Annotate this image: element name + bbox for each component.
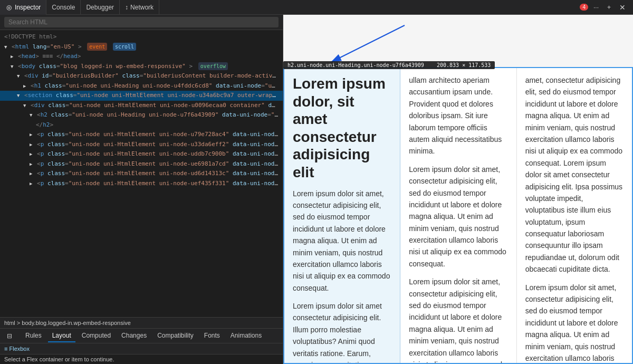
tab-compatibility[interactable]: Compatibility — [153, 330, 198, 342]
tab-animations-label: Animations — [231, 332, 262, 339]
tab-layout-label: Layout — [52, 332, 71, 339]
section-triangle[interactable] — [17, 92, 20, 99]
event-badge: event — [87, 43, 107, 51]
col1-p2: Lorem ipsum dolor sit amet consectetur a… — [293, 300, 391, 364]
breadcrumb-text: html > body.blog.logged-in.wp-embed-resp… — [4, 320, 131, 326]
network-icon: ↕ — [125, 4, 128, 11]
col3-p2: Lorem ipsum dolor sit amet, consectetur … — [525, 282, 624, 364]
tab-computed[interactable]: Computed — [78, 330, 115, 342]
inspector-icon: ◎ — [5, 4, 13, 11]
tab-changes[interactable]: Changes — [117, 330, 151, 342]
doctype-text: <!DOCTYPE html> — [4, 33, 56, 40]
html-triangle[interactable] — [4, 43, 7, 50]
div-builderius-line[interactable]: <div id="builderiusBuilder" class="build… — [0, 71, 283, 81]
tab-icons: ⊟ — [4, 332, 15, 340]
h1-line[interactable]: <h1 class="uni-node uni-Heading uni-node… — [0, 81, 283, 91]
tab-network-label: Network — [130, 4, 154, 11]
columns-wrapper: Lorem ipsum dolor, sit amet consectetur … — [284, 68, 632, 364]
tab-debugger-label: Debugger — [86, 4, 114, 11]
p4-triangle[interactable] — [30, 160, 32, 167]
p2-line[interactable]: <p class="uni-node uni-HtmlElement uni-n… — [0, 140, 283, 150]
top-bar: ◎ Inspector Console Debugger ↕ Network 4… — [0, 0, 633, 15]
tab-inspector[interactable]: ◎ Inspector — [0, 0, 46, 15]
scroll-badge: scroll — [113, 43, 136, 51]
tooltip-selector: h2.uni-node.uni-Heading.uni-node-u7f6a43… — [287, 62, 424, 68]
status-bar: Select a Flex container or item to conti… — [0, 354, 283, 364]
tab-group: ◎ Inspector Console Debugger ↕ Network — [0, 0, 580, 15]
h2-line[interactable]: <h2 class="uni-node uni-Heading uni-node… — [0, 110, 283, 120]
h1-triangle[interactable] — [23, 82, 26, 89]
html-tag-line[interactable]: <html lang="en-US" > event scroll — [0, 42, 283, 52]
tab-inspector-label: Inspector — [15, 4, 41, 11]
overflow-badge-body: overflow — [198, 62, 228, 70]
html-tree: <!DOCTYPE html> <html lang="en-US" > eve… — [0, 30, 283, 317]
p5-triangle[interactable] — [30, 170, 32, 177]
p5-line[interactable]: <p class="uni-node uni-HtmlElement uni-n… — [0, 169, 283, 179]
bottom-tabs: ⊟ Rules Layout Computed Changes Compatib… — [0, 328, 283, 343]
col1-heading: Lorem ipsum dolor, sit amet consectetur … — [293, 75, 391, 181]
p1-line[interactable]: <p class="uni-node uni-HtmlElement uni-n… — [0, 130, 283, 140]
box-icon-btn[interactable]: ⊟ — [4, 332, 15, 340]
tab-fonts-label: Fonts — [204, 332, 220, 339]
column-3: amet, consectetur adipisicing elit, sed … — [517, 68, 632, 364]
col2-p3: Lorem ipsum dolor sit amet, consectetur … — [409, 276, 507, 364]
tab-rules[interactable]: Rules — [21, 330, 46, 342]
p6-line[interactable]: <p class="uni-node uni-HtmlElement uni-n… — [0, 179, 283, 189]
add-button[interactable]: + — [604, 4, 614, 11]
container-triangle[interactable] — [23, 102, 26, 109]
close-button[interactable]: ✕ — [616, 3, 629, 12]
col3-p1: amet, consectetur adipisicing elit, sed … — [525, 74, 624, 275]
p2-triangle[interactable] — [30, 141, 32, 148]
more-button[interactable]: ··· — [590, 4, 602, 11]
tab-debugger[interactable]: Debugger — [81, 0, 120, 15]
arrow-line — [331, 25, 405, 62]
tab-compatibility-label: Compatibility — [157, 332, 194, 339]
tooltip-dimensions: 200.833 × 117.533 — [437, 62, 491, 68]
column-2: ullam architecto aperiam accusantium ips… — [400, 68, 516, 364]
col2-p2: Lorem ipsum dolor sit amet, consectetur … — [409, 164, 507, 270]
h2-close-line[interactable]: </h2> — [0, 120, 283, 130]
p4-line[interactable]: <p class="uni-node uni-HtmlElement uni-n… — [0, 159, 283, 169]
inspector-panel: <!DOCTYPE html> <html lang="en-US" > eve… — [0, 15, 283, 364]
tab-animations[interactable]: Animations — [226, 330, 266, 342]
doctype-line[interactable]: <!DOCTYPE html> — [0, 32, 283, 42]
status-text: Select a Flex container or item to conti… — [4, 356, 114, 362]
p6-triangle[interactable] — [30, 180, 32, 187]
preview-panel: h2.uni-node.uni-Heading.uni-node-u7f6a43… — [283, 15, 633, 364]
body-triangle[interactable] — [11, 63, 13, 70]
h2-triangle[interactable] — [30, 111, 32, 118]
head-tag-line[interactable]: <head> ≡≡≡ </head> — [0, 52, 283, 62]
p1-triangle[interactable] — [30, 131, 32, 138]
flexbox-info: ≡ Flexbox — [0, 343, 283, 354]
main-content: <!DOCTYPE html> <html lang="en-US" > eve… — [0, 15, 633, 364]
toolbar-actions: 4 ··· + ✕ — [580, 3, 633, 12]
search-input[interactable] — [4, 17, 279, 27]
col1-p1: Lorem ipsum dolor sit amet, consectetur … — [293, 188, 391, 294]
section-line[interactable]: <section class="uni-node uni-HtmlElement… — [0, 91, 283, 101]
p3-triangle[interactable] — [30, 150, 32, 157]
col2-p1: ullam architecto aperiam accusantium ips… — [409, 74, 507, 157]
div-container-line[interactable]: <div class="uni-node uni-HtmlElement uni… — [0, 101, 283, 111]
tab-rules-label: Rules — [25, 332, 42, 339]
tab-console[interactable]: Console — [46, 0, 81, 15]
tab-computed-label: Computed — [82, 332, 111, 339]
flexbox-label: ≡ Flexbox — [4, 346, 30, 352]
column-1: Lorem ipsum dolor, sit amet consectetur … — [284, 68, 400, 364]
div-triangle[interactable] — [17, 72, 20, 79]
head-triangle[interactable] — [11, 53, 13, 60]
element-tooltip: h2.uni-node.uni-Heading.uni-node-u7f6a43… — [283, 61, 495, 69]
tab-console-label: Console — [52, 4, 75, 11]
breadcrumb: html > body.blog.logged-in.wp-embed-resp… — [0, 317, 283, 328]
p3-line[interactable]: <p class="uni-node uni-HtmlElement uni-n… — [0, 149, 283, 159]
tab-network[interactable]: ↕ Network — [120, 0, 159, 15]
tab-layout[interactable]: Layout — [48, 330, 75, 342]
tab-changes-label: Changes — [121, 332, 147, 339]
search-bar — [0, 15, 283, 30]
body-tag-line[interactable]: <body class="blog logged-in wp-embed-res… — [0, 62, 283, 72]
columns-container: Lorem ipsum dolor, sit amet consectetur … — [283, 68, 633, 364]
tab-fonts[interactable]: Fonts — [200, 330, 224, 342]
error-badge: 4 — [580, 4, 588, 11]
